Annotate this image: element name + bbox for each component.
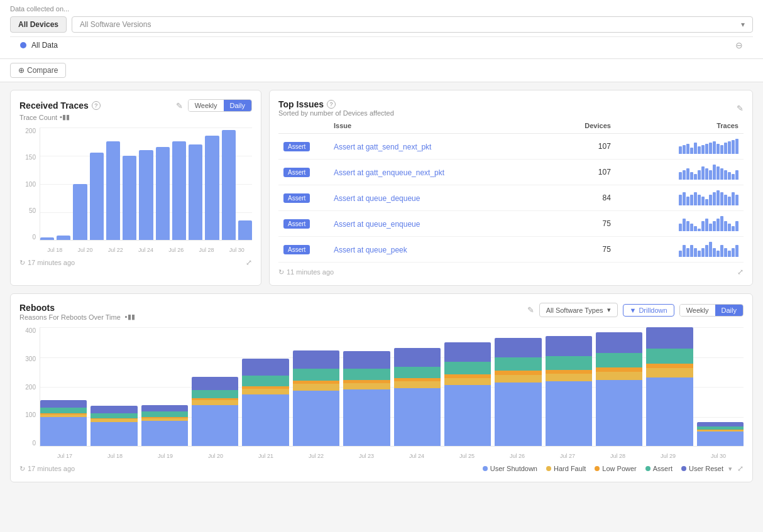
reboots-y-100: 100: [19, 411, 38, 418]
mini-bar-3-3: [690, 224, 693, 231]
reboots-daily-toggle[interactable]: Daily: [715, 305, 743, 316]
bar-segment-hard_fault-11: [596, 372, 642, 380]
expand-icon[interactable]: ⤢: [246, 258, 252, 267]
bar-segment-user_reset-8: [444, 342, 491, 361]
mini-bar-3-8: [709, 224, 712, 231]
bar-segment-assert-2: [141, 411, 188, 416]
reboots-y-200: 200: [19, 384, 38, 391]
reboot-x-label-9: Jul 26: [492, 453, 542, 459]
bar-segment-user_shutdown-9: [495, 383, 541, 446]
bar-segment-hard_fault-8: [444, 378, 491, 386]
issues-table-header-row: Issue Devices Traces: [278, 118, 744, 134]
top-issues-refresh-icon[interactable]: ↻: [278, 268, 284, 276]
bar-segment-assert-7: [394, 367, 441, 378]
mini-bar-4-5: [698, 251, 701, 257]
legend-label-assert: Assert: [653, 465, 672, 472]
filter-icon: ▼: [630, 307, 637, 314]
bar-segment-low_power-12: [646, 364, 693, 368]
y-label-200: 200: [19, 128, 38, 134]
issue-link-2[interactable]: Assert at queue_dequeue: [334, 194, 420, 203]
bar-segment-user_reset-12: [646, 327, 693, 349]
bar-segment-user_shutdown-10: [546, 381, 592, 446]
y-label-50: 50: [19, 207, 38, 214]
software-versions-select[interactable]: All Software Versions ▾: [72, 16, 753, 33]
issue-name-cell-1: Assert at gatt_enqueue_next_pkt: [329, 160, 550, 185]
received-traces-refresh: ↻ 17 minutes ago ⤢: [19, 258, 252, 267]
mini-bar-2-14: [732, 192, 735, 205]
mini-bar-3-15: [735, 221, 738, 231]
daily-toggle[interactable]: Daily: [224, 100, 251, 111]
top-issues-help-icon[interactable]: ?: [327, 100, 336, 109]
top-issues-expand-icon[interactable]: ⤢: [737, 268, 744, 276]
refresh-icon[interactable]: ↻: [19, 259, 25, 267]
drilldown-button[interactable]: ▼ Drilldown: [623, 304, 674, 317]
mini-bar-2-5: [698, 195, 701, 205]
mini-bar-1-10: [716, 166, 720, 180]
mini-bar-2-2: [686, 197, 689, 205]
issues-table: Issue Devices Traces AssertAssert at gat…: [278, 118, 744, 263]
y-label-150: 150: [19, 154, 38, 161]
reboot-x-label-1: Jul 18: [90, 453, 140, 459]
assert-badge-4: Assert: [283, 245, 310, 254]
mini-chart-1: [621, 165, 738, 180]
assert-badge-1: Assert: [283, 168, 310, 177]
mini-bar-1-9: [713, 165, 716, 180]
mini-bar-3-12: [724, 221, 727, 231]
reboot-x-label-2: Jul 19: [140, 453, 190, 459]
reboot-stacked-bar-0: [40, 400, 87, 447]
reboot-stacked-bar-13: [697, 422, 744, 446]
reboots-toggle: Weekly Daily: [679, 304, 744, 317]
issue-badge-cell-1: Assert: [278, 160, 329, 185]
reboots-weekly-toggle[interactable]: Weekly: [680, 305, 715, 316]
compare-button[interactable]: ⊕ Compare: [10, 63, 66, 78]
reboots-refresh-icon[interactable]: ↻: [19, 465, 25, 473]
x-label-0: Jul 18: [40, 247, 70, 253]
bar-segment-hard_fault-9: [495, 375, 541, 383]
more-icon[interactable]: ▾: [728, 465, 732, 473]
compare-row: ⊕ Compare: [0, 59, 763, 82]
blue-dot-icon: [20, 42, 26, 48]
reboots-y-0: 0: [19, 440, 38, 447]
mini-bar-0-3: [690, 148, 693, 154]
trace-bar-8: [172, 141, 186, 240]
bar-segment-user_reset-1: [91, 406, 137, 413]
reboot-stacked-bar-9: [495, 338, 541, 446]
reboots-expand-icon[interactable]: ⤢: [737, 464, 744, 473]
reboots-edit-icon[interactable]: ✎: [527, 305, 534, 315]
issue-link-3[interactable]: Assert at queue_enqueue: [334, 220, 420, 229]
mini-bar-3-1: [683, 219, 686, 231]
mini-bar-3-0: [679, 224, 682, 231]
issue-link-1[interactable]: Assert at gatt_enqueue_next_pkt: [334, 168, 444, 177]
issues-table-body: AssertAssert at gatt_send_next_pkt107Ass…: [278, 134, 744, 263]
bar-segment-assert-3: [192, 390, 238, 398]
legend-item-assert: Assert: [645, 465, 672, 472]
mini-bar-4-15: [735, 245, 738, 257]
bar-segment-user_reset-9: [495, 338, 541, 357]
issue-name-cell-3: Assert at queue_enqueue: [329, 211, 550, 237]
mini-bar-0-0: [679, 146, 682, 154]
mini-bar-3-4: [694, 226, 697, 231]
issue-link-4[interactable]: Assert at queue_peek: [334, 246, 407, 254]
bar-segment-user_shutdown-3: [192, 405, 238, 446]
reboots-bar-chart: [40, 327, 744, 447]
mini-bar-1-5: [698, 170, 701, 180]
all-devices-button[interactable]: All Devices: [10, 16, 67, 33]
edit-icon[interactable]: ✎: [176, 101, 183, 111]
col-badge: [278, 118, 329, 134]
legend-item-low_power: Low Power: [595, 465, 636, 472]
received-traces-title: Received Traces: [19, 100, 89, 111]
reboot-x-label-0: Jul 17: [40, 453, 90, 459]
devices-count-0: 107: [550, 134, 616, 160]
weekly-toggle[interactable]: Weekly: [189, 100, 224, 111]
mini-bar-0-7: [705, 144, 708, 154]
close-icon[interactable]: ⊖: [735, 40, 743, 50]
bar-segment-assert-1: [91, 413, 137, 418]
reboots-refresh-text: ↻ 17 minutes ago: [19, 465, 75, 473]
issue-link-0[interactable]: Assert at gatt_send_next_pkt: [334, 143, 431, 151]
software-types-select[interactable]: All Software Types ▾: [539, 303, 618, 317]
top-issues-edit-icon[interactable]: ✎: [737, 104, 744, 113]
top-issues-header: Top Issues ? Sorted by number of Devices…: [278, 99, 744, 117]
trace-bar-7: [156, 147, 170, 240]
received-traces-help-icon[interactable]: ?: [92, 101, 101, 110]
legend-dot-hard_fault: [546, 466, 551, 471]
